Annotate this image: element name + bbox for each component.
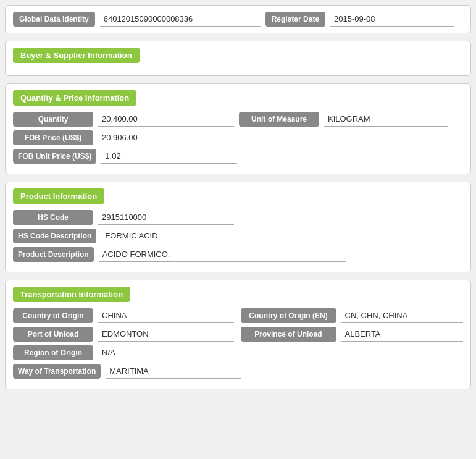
way-transportation-row: Way of Transportation MARITIMA: [13, 364, 463, 379]
hs-desc-row: HS Code Description FORMIC ACID: [13, 229, 463, 243]
fob-price-label: FOB Price (US$): [13, 130, 93, 145]
prod-desc-label: Product Description: [13, 247, 94, 262]
fob-price-value: 20,906.00: [98, 130, 234, 145]
product-card: Product Information HS Code 2915110000 H…: [5, 182, 471, 272]
country-origin-en-label: Country of Origin (EN): [241, 308, 336, 323]
fob-price-row: FOB Price (US$) 20,906.00: [13, 130, 463, 145]
unit-of-measure-label: Unit of Measure: [239, 112, 319, 127]
register-date-value: 2015-09-08: [330, 12, 454, 27]
region-origin-row: Region of Origin N/A: [13, 345, 463, 360]
region-origin-label: Region of Origin: [13, 345, 93, 360]
quantity-value: 20,400.00: [98, 112, 234, 127]
fob-unit-price-row: FOB Unit Price (US$) 1.02: [13, 149, 463, 164]
quantity-unit-row: Quantity 20,400.00 Unit of Measure KILOG…: [13, 112, 463, 127]
country-origin-left: Country of Origin CHINA: [13, 308, 236, 323]
fob-unit-price-value: 1.02: [101, 149, 237, 164]
hs-code-label: HS Code: [13, 210, 93, 225]
quantity-label: Quantity: [13, 112, 93, 127]
province-unload-value: ALBERTA: [341, 327, 464, 342]
fob-unit-price-label: FOB Unit Price (US$): [13, 149, 96, 164]
port-unload-left: Port of Unload EDMONTON: [13, 327, 236, 342]
way-transportation-label: Way of Transportation: [13, 364, 101, 379]
prod-desc-row: Product Description ACIDO FORMICO.: [13, 247, 463, 262]
port-unload-row: Port of Unload EDMONTON Province of Unlo…: [13, 327, 463, 342]
port-unload-label: Port of Unload: [13, 327, 93, 342]
way-transportation-value: MARITIMA: [106, 364, 241, 379]
identity-row: Global Data Identity 6401201509000000833…: [13, 12, 463, 27]
hs-code-value: 2915110000: [98, 210, 234, 225]
buyer-supplier-title: Buyer & Supplier Information: [13, 48, 140, 63]
global-data-identity-label: Global Data Identity: [13, 12, 95, 27]
register-date-label: Register Date: [265, 12, 325, 27]
country-origin-en-right: Country of Origin (EN) CN, CHN, CHINA: [241, 308, 464, 323]
quantity-price-title: Quantity & Price Information: [13, 90, 136, 106]
province-unload-right: Province of Unload ALBERTA: [241, 327, 464, 342]
identity-card: Global Data Identity 6401201509000000833…: [5, 5, 471, 33]
hs-code-row: HS Code 2915110000: [13, 210, 463, 225]
port-unload-value: EDMONTON: [98, 327, 234, 342]
province-unload-label: Province of Unload: [241, 327, 336, 342]
country-origin-label: Country of Origin: [13, 308, 93, 323]
country-origin-en-value: CN, CHN, CHINA: [341, 308, 464, 323]
transportation-card: Transportation Information Country of Or…: [5, 280, 471, 389]
unit-of-measure-value: KILOGRAM: [324, 112, 448, 127]
region-origin-value: N/A: [98, 345, 234, 360]
prod-desc-value: ACIDO FORMICO.: [99, 247, 346, 262]
hs-desc-value: FORMIC ACID: [101, 229, 348, 243]
country-origin-value: CHINA: [98, 308, 234, 323]
product-title: Product Information: [13, 188, 104, 204]
quantity-price-card: Quantity & Price Information Quantity 20…: [5, 83, 471, 174]
country-origin-row: Country of Origin CHINA Country of Origi…: [13, 308, 463, 323]
hs-desc-label: HS Code Description: [13, 229, 96, 243]
transportation-title: Transportation Information: [13, 287, 130, 302]
global-data-identity-value: 64012015090000008336: [100, 12, 261, 27]
buyer-supplier-card: Buyer & Supplier Information: [5, 41, 471, 76]
